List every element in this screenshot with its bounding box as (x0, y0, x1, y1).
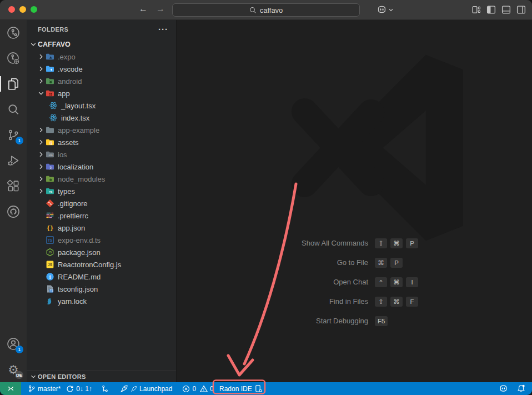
tree-item--layout-tsx[interactable]: _layout.tsx (27, 99, 176, 112)
command-center-search[interactable]: caffavo (172, 3, 360, 17)
tree-item-readme-md[interactable]: iREADME.md (27, 271, 176, 283)
toggle-primary-sidebar-icon[interactable] (486, 4, 496, 15)
tree-item-android[interactable]: android (27, 75, 176, 87)
more-actions-icon[interactable]: ··· (158, 27, 168, 32)
open-editors-section[interactable]: OPEN EDITORS (27, 370, 176, 382)
key-cap: ⇧ (375, 238, 387, 248)
tree-item-tsconfig-json[interactable]: TStsconfig.json (27, 283, 176, 295)
react-icon (49, 113, 58, 122)
radon-ide-status[interactable]: Radon IDE (217, 382, 265, 395)
node-json-icon: JS (46, 248, 54, 257)
tree-item-reactotronconfig-js[interactable]: JSReactotronConfig.js (27, 258, 176, 271)
tree-item-node-modules[interactable]: node_modules (27, 173, 176, 185)
activity-bar-item-github[interactable] (0, 199, 27, 224)
tree-item-app[interactable]: app (27, 87, 176, 99)
history-nav: ← → (139, 4, 165, 14)
key-cap: I (406, 277, 418, 287)
tree-item--prettierrc[interactable]: .prettierrc (27, 209, 176, 222)
tree-item-types[interactable]: TStypes (27, 185, 176, 197)
tree-item-label: localization (58, 163, 93, 171)
remote-indicator[interactable] (0, 382, 21, 395)
commit-graph-icon (101, 385, 109, 393)
forward-icon[interactable]: → (156, 4, 165, 14)
activity-bar-item-run-debug[interactable] (0, 148, 27, 173)
localization-folder: 文 (46, 162, 54, 171)
tree-item-label: .gitignore (58, 199, 87, 208)
assets-folder (46, 138, 54, 147)
git-branch-status[interactable]: master* (25, 382, 63, 395)
svg-text:{}: {} (46, 224, 53, 232)
toggle-panel-icon[interactable] (501, 4, 511, 15)
indent-spacer (37, 236, 46, 244)
activity-bar-item-explorer[interactable] (0, 71, 27, 97)
tree-item-label: app (58, 89, 70, 98)
tree-item-expo-env-d-ts[interactable]: TSexpo-env.d.ts (27, 234, 176, 246)
launchpad-status[interactable]: Launchpad (117, 382, 175, 395)
close-window-button[interactable] (8, 6, 15, 13)
statusbar-right (499, 382, 532, 395)
copilot-icon (377, 4, 387, 15)
copilot-menu-button[interactable] (377, 4, 394, 15)
tree-item--gitignore[interactable]: .gitignore (27, 197, 176, 209)
branch-name: master* (38, 385, 61, 393)
shortcut-label: Show All Commands (177, 239, 368, 247)
search-icon (249, 7, 257, 14)
vscode-window: ← → caffavo 11⚙DE FOLDERS ··· CAFFAVO.ex… (0, 0, 532, 395)
commit-graph-status[interactable] (98, 382, 112, 395)
tree-item-index-tsx[interactable]: index.tsx (27, 112, 176, 124)
problems-status[interactable]: 0 0 (179, 382, 216, 395)
tree-item-package-json[interactable]: JSpackage.json (27, 246, 176, 258)
tree-item--vscode[interactable]: .vscode (27, 63, 176, 75)
tree-item-label: tsconfig.json (58, 285, 98, 293)
back-icon[interactable]: ← (139, 4, 148, 14)
braces-icon: {} (46, 223, 54, 232)
key-cap: ⌘ (390, 277, 403, 287)
tree-item--expo[interactable]: .expo (27, 51, 176, 63)
tree-item-label: expo-env.d.ts (58, 236, 101, 244)
tree-item-assets[interactable]: assets (27, 136, 176, 148)
activity-bar-item-search[interactable] (0, 97, 27, 122)
key-cap: ^ (375, 277, 387, 287)
sync-icon (66, 385, 74, 393)
tree-item-app-json[interactable]: {}app.json (27, 222, 176, 234)
tree-root-caffavo[interactable]: CAFFAVO (27, 38, 176, 51)
chevron-right-icon (37, 138, 46, 147)
warnings-icon (200, 385, 208, 393)
readme-icon: i (46, 272, 54, 281)
activity-bar-item-extensions[interactable] (0, 173, 27, 199)
ios-folder: iOS (46, 150, 54, 159)
activity-bar-item-source-control[interactable]: 1 (0, 122, 27, 148)
activity-bar-item-git-graph-search[interactable] (0, 46, 27, 71)
copilot-status-icon[interactable] (499, 384, 508, 393)
svg-text:JS: JS (48, 251, 52, 254)
zoom-window-button[interactable] (31, 6, 37, 13)
shortcut-keys: ⌘P (375, 258, 403, 268)
customize-layout-icon[interactable] (471, 4, 481, 15)
app-folder (46, 89, 54, 98)
activity-bar-item-git-graph[interactable] (0, 20, 27, 46)
shortcut-keys: F5 (375, 316, 388, 326)
tree-item-ios[interactable]: iOSios (27, 148, 176, 161)
yarn-icon (46, 297, 54, 306)
minimize-window-button[interactable] (19, 6, 26, 13)
sidebar-title: FOLDERS (38, 26, 68, 33)
tree-item-localization[interactable]: 文localization (27, 161, 176, 173)
sync-status[interactable]: 0↓ 1↑ (63, 382, 95, 395)
shortcut-label: Open Chat (177, 278, 368, 286)
chevron-down-icon (388, 7, 394, 13)
svg-text:i: i (49, 274, 51, 280)
key-cap: ⌘ (375, 258, 387, 268)
notifications-bell-icon[interactable] (517, 384, 525, 393)
toggle-secondary-sidebar-icon[interactable] (516, 4, 526, 15)
tree-item-label: app-example (58, 126, 99, 134)
activity-bar-item-settings[interactable]: ⚙DE (0, 357, 27, 382)
tree-item-label: assets (58, 138, 79, 147)
tree-item-app-example[interactable]: app-example (27, 124, 176, 136)
tree-item-label: index.tsx (61, 114, 89, 122)
tree-item-yarn-lock[interactable]: yarn.lock (27, 295, 176, 307)
extensions-icon (6, 179, 21, 193)
tsconfig-icon: TS (46, 284, 54, 293)
activity-bar-item-accounts[interactable]: 1 (0, 331, 27, 357)
svg-text:TS: TS (50, 289, 53, 292)
tree-item-label: yarn.lock (58, 297, 87, 306)
